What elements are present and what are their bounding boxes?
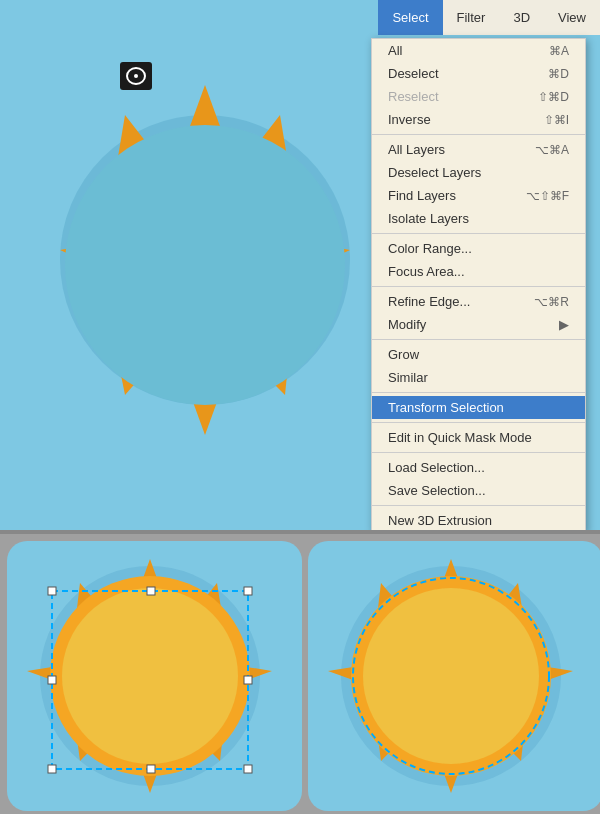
menu-item-quick-mask-label: Edit in Quick Mask Mode [388,430,532,445]
menu-item-similar-label: Similar [388,370,428,385]
menu-item-save-selection[interactable]: Save Selection... [372,479,585,502]
top-canvas: Select Filter 3D View All ⌘A Deselect ⌘D… [0,0,600,530]
svg-rect-29 [48,765,56,773]
menu-item-all[interactable]: All ⌘A [372,39,585,62]
menu-item-refine-edge[interactable]: Refine Edge... ⌥⌘R [372,290,585,313]
menu-item-deselect-label: Deselect [388,66,439,81]
separator-1 [372,134,585,135]
menu-3d[interactable]: 3D [499,0,544,35]
menu-item-inverse[interactable]: Inverse ⇧⌘I [372,108,585,131]
menu-item-all-layers-label: All Layers [388,142,445,157]
menu-item-save-selection-label: Save Selection... [388,483,486,498]
menu-item-reselect: Reselect ⇧⌘D [372,85,585,108]
svg-rect-27 [48,676,56,684]
bottom-panel-left [7,541,302,811]
submenu-arrow-icon: ▶ [559,317,569,332]
menu-item-color-range[interactable]: Color Range... [372,237,585,260]
menu-item-color-range-label: Color Range... [388,241,472,256]
menu-item-refine-edge-shortcut: ⌥⌘R [534,295,569,309]
separator-4 [372,339,585,340]
menu-item-all-layers-shortcut: ⌥⌘A [535,143,569,157]
menu-item-reselect-shortcut: ⇧⌘D [538,90,569,104]
svg-point-22 [62,588,238,764]
menu-item-deselect[interactable]: Deselect ⌘D [372,62,585,85]
menu-item-focus-area-label: Focus Area... [388,264,465,279]
separator-3 [372,286,585,287]
menu-item-all-layers[interactable]: All Layers ⌥⌘A [372,138,585,161]
menu-item-deselect-shortcut: ⌘D [548,67,569,81]
menu-item-inverse-shortcut: ⇧⌘I [544,113,569,127]
selection-tool-icon [120,62,152,90]
menu-select[interactable]: Select [378,0,442,35]
menu-filter[interactable]: Filter [443,0,500,35]
menu-item-modify[interactable]: Modify ▶ [372,313,585,336]
menu-item-inverse-label: Inverse [388,112,431,127]
select-dropdown-menu: All ⌘A Deselect ⌘D Reselect ⇧⌘D Inverse … [371,38,586,530]
svg-rect-30 [147,765,155,773]
sun-svg-bottom-right [308,541,593,811]
separator-7 [372,452,585,453]
menu-view[interactable]: View [544,0,600,35]
menu-item-similar[interactable]: Similar [372,366,585,389]
menu-item-focus-area[interactable]: Focus Area... [372,260,585,283]
selection-icon-dot [134,74,138,78]
menu-item-find-layers-shortcut: ⌥⇧⌘F [526,189,569,203]
menu-item-deselect-layers-label: Deselect Layers [388,165,481,180]
separator-8 [372,505,585,506]
sun-bg-circle [65,125,345,405]
menu-bar: Select Filter 3D View [378,0,600,35]
menu-item-new-3d-extrusion-label: New 3D Extrusion [388,513,492,528]
menu-item-find-layers-label: Find Layers [388,188,456,203]
separator-2 [372,233,585,234]
svg-rect-31 [244,765,252,773]
sun-illustration-top [50,20,360,510]
svg-point-42 [363,588,539,764]
selection-icon-ring [126,67,146,85]
menu-item-deselect-layers[interactable]: Deselect Layers [372,161,585,184]
menu-item-quick-mask[interactable]: Edit in Quick Mask Mode [372,426,585,449]
separator-6 [372,422,585,423]
bottom-section [0,534,600,814]
menu-item-grow[interactable]: Grow [372,343,585,366]
menu-item-all-shortcut: ⌘A [549,44,569,58]
menu-item-load-selection-label: Load Selection... [388,460,485,475]
menu-item-grow-label: Grow [388,347,419,362]
menu-item-load-selection[interactable]: Load Selection... [372,456,585,479]
bottom-panel-right [308,541,600,811]
menu-item-isolate-layers-label: Isolate Layers [388,211,469,226]
svg-rect-24 [48,587,56,595]
svg-rect-26 [244,587,252,595]
menu-item-reselect-label: Reselect [388,89,439,104]
sun-svg-bottom-left [7,541,292,811]
menu-item-new-3d-extrusion[interactable]: New 3D Extrusion [372,509,585,530]
separator-5 [372,392,585,393]
menu-item-transform-selection-label: Transform Selection [388,400,504,415]
menu-item-all-label: All [388,43,402,58]
menu-item-isolate-layers[interactable]: Isolate Layers [372,207,585,230]
svg-rect-25 [147,587,155,595]
menu-item-modify-label: Modify [388,317,426,332]
menu-item-find-layers[interactable]: Find Layers ⌥⇧⌘F [372,184,585,207]
svg-rect-28 [244,676,252,684]
menu-item-transform-selection[interactable]: Transform Selection [372,396,585,419]
menu-item-refine-edge-label: Refine Edge... [388,294,470,309]
